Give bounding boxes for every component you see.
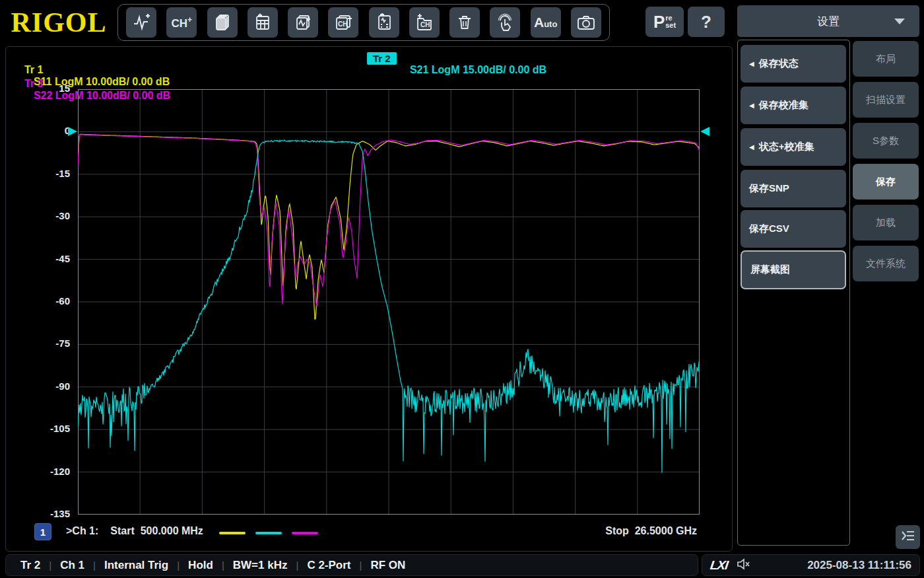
svg-text:CH: CH — [338, 20, 347, 28]
y-axis-labels: 150-15-30-45-60-75-90-105-120-135 — [38, 89, 70, 515]
status-cal[interactable]: C 2-Port — [307, 559, 350, 572]
legend-swatch-trace2 — [255, 532, 282, 534]
add-trace-window-button[interactable] — [288, 7, 318, 38]
clipboard-waveform-plus-icon — [375, 13, 393, 32]
menu-item-save-snp[interactable]: 保存SNP — [741, 170, 846, 207]
main-toolbar: CH+ — [117, 4, 610, 41]
trace2-info: S21 LogM 15.00dB/ 0.00 dB — [410, 64, 546, 75]
y-axis-tick: -90 — [38, 380, 70, 394]
question-mark-icon: ? — [701, 12, 711, 32]
y-axis-tick: 15 — [38, 83, 70, 96]
menu-item-state-plus-calset[interactable]: ◀ 状态+校准集 — [741, 128, 846, 166]
system-status-bar: LXI 2025-08-13 11:11:56 — [702, 554, 920, 576]
trace2-legend[interactable]: S21 LogM 15.00dB/ 0.00 dB — [404, 52, 546, 76]
preset-label: P — [653, 12, 665, 32]
auto-label: Auto — [534, 15, 557, 30]
menu-title-dropdown[interactable]: 设置 — [737, 5, 919, 37]
tab-file-system[interactable]: 文件系统 — [853, 246, 919, 281]
chevron-left-icon: ◀ — [749, 102, 754, 109]
menu-item-save-csv[interactable]: 保存CSV — [741, 210, 846, 248]
chevron-left-icon: ◀ — [749, 60, 754, 67]
y-axis-tick: -30 — [38, 210, 70, 223]
preset-button[interactable]: P reset — [645, 7, 684, 37]
reference-level-marker-left[interactable] — [68, 127, 77, 136]
tab-sweep-settings[interactable]: 扫描设置 — [853, 82, 919, 118]
channel-label: >Ch 1:Start 500.000 MHz — [66, 525, 203, 537]
y-axis-tick: -135 — [38, 508, 70, 521]
status-rf[interactable]: RF ON — [370, 559, 405, 572]
menu-item-save-calset[interactable]: ◀ 保存校准集 — [741, 87, 846, 124]
folder-ch-plus-icon: CH — [414, 13, 434, 32]
window-number-badge[interactable]: 1 — [34, 523, 51, 540]
chevron-down-icon — [894, 18, 905, 24]
add-table-button[interactable] — [248, 7, 278, 38]
y-axis-tick: -15 — [38, 168, 70, 181]
menu-item-screenshot[interactable]: 屏幕截图 — [741, 250, 846, 289]
delete-button[interactable] — [449, 7, 480, 38]
y-axis-tick: -60 — [38, 295, 70, 308]
menu-title: 设置 — [817, 14, 840, 29]
clock: 2025-08-13 11:11:56 — [807, 559, 911, 572]
collapse-menu-button[interactable] — [896, 525, 920, 549]
trace2-selected-chip[interactable]: Tr 2 — [367, 52, 397, 65]
add-channel-window-button[interactable]: CH — [328, 7, 358, 38]
auto-scale-button[interactable]: Auto — [531, 7, 561, 38]
status-sweep[interactable]: Hold — [188, 559, 213, 572]
tab-s-parameters[interactable]: S参数 — [853, 123, 919, 159]
add-measurement-button[interactable] — [369, 7, 399, 38]
legend-swatch-trace3 — [292, 532, 318, 534]
add-channel-button[interactable]: CH+ — [166, 7, 197, 38]
add-window-button[interactable] — [207, 7, 238, 38]
status-active-channel[interactable]: Ch 1 — [60, 559, 84, 572]
status-active-trace[interactable]: Tr 2 — [20, 559, 40, 572]
speaker-muted-icon[interactable] — [736, 558, 750, 573]
tab-load[interactable]: 加载 — [853, 205, 919, 240]
screenshot-button[interactable] — [571, 7, 601, 38]
touch-button[interactable] — [490, 7, 520, 38]
y-axis-tick: -45 — [38, 253, 70, 266]
reference-level-marker-right[interactable] — [700, 127, 710, 136]
collapse-menu-icon — [900, 528, 916, 546]
help-button[interactable]: ? — [688, 7, 725, 37]
y-axis-tick: 0 — [38, 125, 70, 138]
stacked-windows-icon — [213, 13, 232, 32]
rigol-logo: RIGOL — [7, 4, 111, 41]
status-bar: Tr 2| Ch 1| Internal Trig| Hold| BW=1 kH… — [5, 554, 698, 576]
status-bandwidth[interactable]: BW=1 kHz — [233, 559, 288, 572]
windows-waveform-plus-icon — [294, 13, 312, 32]
chevron-left-icon: ◀ — [749, 143, 754, 151]
windows-ch-plus-icon: CH — [333, 13, 353, 32]
add-trace-button[interactable] — [126, 7, 156, 38]
y-axis-tick: -75 — [38, 338, 70, 351]
stop-frequency: Stop 26.5000 GHz — [594, 525, 697, 537]
tab-save[interactable]: 保存 — [853, 164, 919, 199]
y-axis-tick: -120 — [38, 466, 70, 479]
waveform-plus-icon — [131, 13, 151, 32]
start-frequency: Start 500.000 MHz — [110, 525, 203, 536]
camera-icon — [576, 13, 596, 32]
tab-layout[interactable]: 布局 — [853, 41, 919, 77]
ch-plus-label: CH+ — [171, 15, 192, 30]
touch-icon — [496, 13, 514, 32]
plot-svg[interactable] — [78, 89, 700, 515]
lxi-logo: LXI — [709, 558, 729, 573]
legend-swatch-trace1 — [219, 532, 246, 534]
y-axis-tick: -105 — [38, 423, 70, 436]
add-channel-table-button[interactable]: CH — [409, 7, 440, 38]
status-trigger[interactable]: Internal Trig — [104, 559, 168, 572]
svg-text:CH: CH — [420, 21, 430, 28]
table-plus-icon — [253, 13, 272, 32]
trash-icon — [455, 13, 474, 32]
menu-item-save-state[interactable]: ◀ 保存状态 — [741, 45, 846, 83]
